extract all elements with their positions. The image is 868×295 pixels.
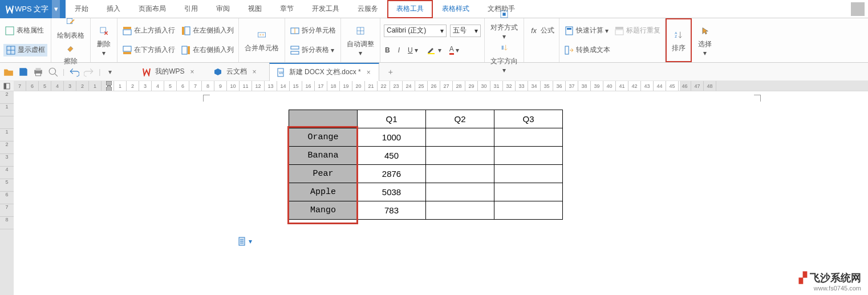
align-button[interactable]: 对齐方式▾ [488, 7, 520, 41]
menu-table-tools[interactable]: 表格工具 [387, 0, 433, 18]
add-tab-button[interactable]: + [384, 67, 398, 76]
header-cell-corner[interactable] [289, 110, 358, 128]
svg-text:Z: Z [675, 35, 677, 38]
vertical-ruler[interactable]: 2112345678 [0, 91, 14, 295]
insert-col-left-button[interactable]: 在左侧插入列 [180, 25, 235, 37]
svg-line-39 [55, 74, 58, 76]
table-row: Orange1000 [289, 128, 563, 147]
quick-calc-button[interactable]: 快速计算▾ [563, 25, 610, 37]
pencil-table-icon [63, 15, 78, 30]
sort-button[interactable]: AZ排序 [669, 27, 688, 53]
row-header-cell[interactable]: Mango [289, 201, 358, 220]
print-preview-icon[interactable] [48, 67, 58, 77]
header-cell[interactable]: Q2 [426, 110, 494, 128]
header-repeat-button[interactable]: 标题行重复 [613, 25, 662, 37]
table-properties-button[interactable]: 表格属性 [3, 25, 45, 37]
menu-insert[interactable]: 插入 [98, 0, 129, 18]
text-direction-icon: Ⅱ [497, 41, 512, 55]
data-cell[interactable] [426, 201, 494, 220]
data-cell[interactable]: 783 [358, 201, 426, 220]
qa-dropdown-icon[interactable]: ▾ [105, 67, 115, 77]
svg-rect-10 [185, 27, 190, 35]
fx-icon: fx [529, 26, 539, 36]
data-cell[interactable] [494, 165, 563, 183]
italic-button[interactable]: I [397, 45, 401, 55]
show-grid-button[interactable]: 显示虚框 [3, 44, 47, 56]
formula-button[interactable]: fx公式 [528, 25, 555, 37]
row-header-cell[interactable]: Pear [289, 165, 358, 183]
menu-review[interactable]: 审阅 [207, 0, 239, 18]
close-icon[interactable]: × [364, 68, 373, 76]
print-icon[interactable] [33, 67, 43, 77]
data-cell[interactable] [426, 128, 494, 147]
data-cell[interactable] [426, 183, 494, 201]
insert-col-right-button[interactable]: 在右侧插入列 [180, 44, 235, 56]
watermark: ▞ 飞沙系统网 www.fs0745.com [799, 271, 861, 292]
insert-row-below-button[interactable]: 在下方插入行 [121, 44, 176, 56]
tab-document[interactable]: W 新建 DOCX 文档.docx * × [269, 63, 379, 81]
open-icon[interactable] [3, 67, 14, 77]
cursor-icon [697, 23, 712, 38]
svg-rect-29 [567, 28, 571, 30]
merge-cells-button[interactable]: 合并单元格 [242, 27, 281, 53]
data-cell[interactable] [494, 147, 563, 165]
select-button[interactable]: 选择▾ [695, 23, 715, 57]
insert-row-above-button[interactable]: 在上方插入行 [121, 25, 176, 37]
data-cell[interactable]: 5038 [358, 183, 426, 201]
highlight-color-button[interactable]: ▾ [425, 44, 443, 56]
data-cell[interactable] [494, 128, 563, 147]
menu-table-style[interactable]: 表格样式 [433, 0, 478, 18]
data-cell[interactable]: 2876 [358, 165, 426, 183]
menu-view[interactable]: 视图 [239, 0, 271, 18]
side-panel-toggle[interactable]: ▾ [237, 236, 252, 246]
table-row: Mango783 [289, 201, 563, 220]
delete-button[interactable]: 删除▾ [94, 23, 113, 57]
font-name-combo[interactable]: Calibri (正文)▾ [384, 25, 447, 37]
svg-rect-16 [258, 33, 265, 37]
redo-icon[interactable] [84, 67, 94, 77]
split-table-button[interactable]: 拆分表格▾ [289, 44, 335, 56]
svg-rect-31 [615, 30, 623, 35]
header-repeat-icon [614, 26, 624, 36]
menu-devtools[interactable]: 开发工具 [303, 0, 348, 18]
close-icon[interactable]: × [250, 68, 259, 76]
user-avatar-icon[interactable] [851, 2, 865, 16]
document-table[interactable]: Q1 Q2 Q3 Orange1000 Banana450 Pear2876 A… [289, 110, 563, 220]
close-icon[interactable]: × [188, 68, 197, 76]
row-header-cell[interactable]: Banana [289, 147, 358, 165]
bold-button[interactable]: B [384, 45, 391, 55]
header-cell[interactable]: Q3 [494, 110, 563, 128]
undo-icon[interactable] [69, 67, 79, 77]
save-icon[interactable] [18, 67, 29, 77]
data-cell[interactable] [494, 183, 563, 201]
eraser-button[interactable]: 擦除 [55, 41, 87, 66]
indent-marker-icon[interactable] [106, 81, 112, 91]
underline-button[interactable]: U▾ [407, 45, 419, 55]
to-text-button[interactable]: 转换成文本 [563, 44, 611, 56]
data-cell[interactable] [426, 147, 494, 165]
header-cell[interactable]: Q1 [358, 110, 426, 128]
menu-chapter[interactable]: 章节 [271, 0, 303, 18]
document-canvas[interactable]: Q1 Q2 Q3 Orange1000 Banana450 Pear2876 A… [14, 91, 868, 295]
tab-cloud[interactable]: 云文档 × [207, 63, 265, 81]
data-cell[interactable] [494, 201, 563, 220]
svg-text:A: A [675, 31, 677, 35]
tab-mywps[interactable]: 我的WPS × [136, 63, 202, 81]
font-size-combo[interactable]: 五号▾ [450, 25, 481, 37]
data-cell[interactable]: 1000 [358, 128, 426, 147]
menu-page-layout[interactable]: 页面布局 [129, 0, 175, 18]
horizontal-ruler[interactable]: 7654321123456789101112131415161718192021… [14, 81, 868, 91]
menu-reference[interactable]: 引用 [175, 0, 207, 18]
row-header-cell[interactable]: Orange [289, 128, 358, 147]
data-cell[interactable]: 450 [358, 147, 426, 165]
draw-table-button[interactable]: 绘制表格 [55, 15, 87, 41]
data-cell[interactable] [426, 165, 494, 183]
ruler-corner-icon[interactable] [0, 81, 14, 91]
table-properties-icon [5, 26, 15, 36]
menu-cloud[interactable]: 云服务 [348, 0, 387, 18]
auto-adjust-button[interactable]: 自动调整▾ [344, 23, 376, 57]
split-cells-button[interactable]: 拆分单元格 [289, 25, 337, 37]
font-color-button[interactable]: A▾ [448, 44, 460, 56]
row-header-cell[interactable]: Apple [289, 183, 358, 201]
text-direction-button[interactable]: Ⅱ文字方向▾ [488, 41, 520, 74]
